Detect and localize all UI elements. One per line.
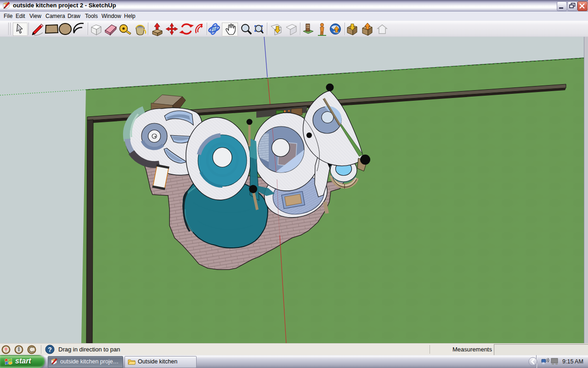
svg-text:?: ?	[48, 346, 52, 353]
